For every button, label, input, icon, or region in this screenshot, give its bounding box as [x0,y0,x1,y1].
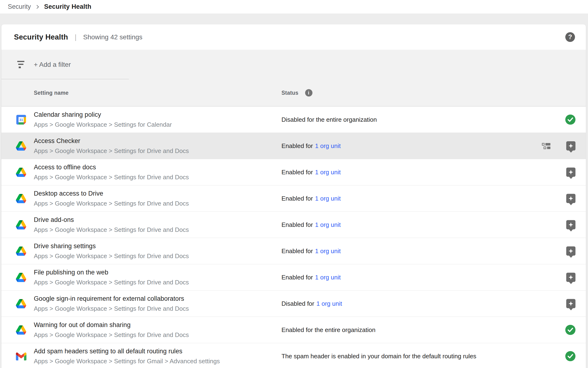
status-cell: Disabled for 1 org unit [281,300,342,307]
gmail-icon [16,352,26,360]
org-unit-link[interactable]: 1 org unit [315,195,341,202]
trailing-slot [566,247,575,256]
org-icon-slot [542,142,551,149]
setting-cell: Google sign-in requirement for external … [34,295,189,312]
status-text: Enabled for [281,169,313,176]
table-row[interactable]: Drive add-ons Apps > Google Workspace > … [1,212,586,238]
settings-list: 31 Calendar sharing policy Apps > Google… [1,107,586,368]
trailing-slot [566,273,575,282]
setting-breadcrumb-path: Apps > Google Workspace > Settings for G… [34,358,220,365]
table-row[interactable]: Drive sharing settings Apps > Google Wor… [1,238,586,264]
status-ok-icon [565,325,575,335]
setting-title: Access Checker [34,137,189,145]
recommendation-badge-icon[interactable] [566,220,575,230]
security-health-card: Security Health | Showing 42 settings ? … [1,24,586,368]
trailing-slot [566,220,575,230]
setting-cell: Calendar sharing policy Apps > Google Wo… [34,111,172,128]
status-ok-icon [565,351,575,361]
google-drive-icon [16,299,26,308]
setting-cell: File publishing on the web Apps > Google… [34,269,189,286]
setting-cell: Drive sharing settings Apps > Google Wor… [34,242,189,260]
setting-title: Drive sharing settings [34,242,189,250]
filter-bar: + Add a filter [1,50,586,79]
filter-icon[interactable] [16,61,26,68]
chevron-right-icon [35,4,40,10]
setting-breadcrumb-path: Apps > Google Workspace > Settings for D… [34,147,189,155]
setting-cell: Access Checker Apps > Google Workspace >… [34,137,189,155]
gmail-app-icon [16,351,26,362]
setting-breadcrumb-path: Apps > Google Workspace > Settings for D… [34,305,189,312]
add-filter-button[interactable]: + Add a filter [34,61,71,68]
setting-cell: Desktop access to Drive Apps > Google Wo… [34,190,189,207]
table-row[interactable]: Desktop access to Drive Apps > Google Wo… [1,185,586,212]
trailing-slot [566,299,575,308]
row-trailing-icons [566,299,575,308]
org-unit-link[interactable]: 1 org unit [315,221,341,229]
row-trailing-icons [566,168,575,177]
setting-cell: Add spam headers setting to all default … [34,348,220,365]
status-cell: Enabled for 1 org unit [281,169,341,176]
status-cell: The spam header is enabled in your domai… [281,353,476,360]
trailing-slot [566,141,575,151]
svg-text:31: 31 [19,118,23,122]
calendar-app-icon: 31 [16,114,26,125]
recommendation-badge-icon[interactable] [566,299,575,308]
table-row[interactable]: Warning for out of domain sharing Apps >… [1,317,586,343]
status-text: Enabled for [281,274,313,281]
recommendation-badge-icon[interactable] [566,141,575,151]
row-trailing-icons [566,194,575,203]
info-icon[interactable]: i [305,89,312,96]
table-row[interactable]: 31 Calendar sharing policy Apps > Google… [1,107,586,133]
table-row[interactable]: Add spam headers setting to all default … [1,343,586,368]
google-drive-icon [16,194,26,203]
setting-title: Google sign-in requirement for external … [34,295,189,302]
table-row[interactable]: Access Checker Apps > Google Workspace >… [1,133,586,159]
row-trailing-icons [565,115,575,125]
page-title: Security Health [14,33,68,41]
status-text: Enabled for [281,248,313,255]
drive-app-icon [16,193,26,204]
table-row[interactable]: Access to offline docs Apps > Google Wor… [1,159,586,185]
drive-app-icon [16,272,26,283]
org-unit-link[interactable]: 1 org unit [316,300,342,307]
help-icon[interactable]: ? [565,32,575,42]
trailing-slot [565,325,575,335]
org-units-icon[interactable] [542,142,551,149]
drive-app-icon [16,246,26,257]
status-text: Enabled for [281,195,313,202]
recommendation-badge-icon[interactable] [566,273,575,282]
google-drive-icon [16,247,26,256]
table-row[interactable]: File publishing on the web Apps > Google… [1,264,586,291]
row-trailing-icons [566,247,575,256]
status-text: Enabled for the entire organization [281,326,376,334]
setting-title: Calendar sharing policy [34,111,172,118]
setting-breadcrumb-path: Apps > Google Workspace > Settings for D… [34,200,189,207]
recommendation-badge-icon[interactable] [566,247,575,256]
google-calendar-icon: 31 [16,115,26,125]
status-cell: Enabled for 1 org unit [281,195,341,202]
org-unit-link[interactable]: 1 org unit [315,274,341,281]
org-unit-link[interactable]: 1 org unit [315,248,341,255]
setting-title: Warning for out of domain sharing [34,321,189,329]
row-trailing-icons [566,220,575,230]
recommendation-badge-icon[interactable] [566,194,575,203]
column-header-setting-name: Setting name [34,90,69,96]
breadcrumb-parent[interactable]: Security [8,3,31,10]
setting-breadcrumb-path: Apps > Google Workspace > Settings for D… [34,226,189,233]
status-cell: Enabled for the entire organization [281,326,376,334]
status-cell: Enabled for 1 org unit [281,274,341,281]
setting-cell: Access to offline docs Apps > Google Wor… [34,164,189,181]
org-unit-link[interactable]: 1 org unit [315,142,341,150]
table-header: Setting name Status i [1,79,586,107]
table-row[interactable]: Google sign-in requirement for external … [1,291,586,317]
breadcrumb-current: Security Health [44,3,92,10]
status-text: Enabled for [281,142,313,150]
recommendation-badge-icon[interactable] [566,168,575,177]
org-unit-link[interactable]: 1 org unit [315,169,341,176]
trailing-slot [565,115,575,125]
setting-title: File publishing on the web [34,269,189,276]
google-drive-icon [16,141,26,151]
setting-title: Drive add-ons [34,216,189,223]
row-trailing-icons [565,351,575,361]
drive-app-icon [16,140,26,151]
